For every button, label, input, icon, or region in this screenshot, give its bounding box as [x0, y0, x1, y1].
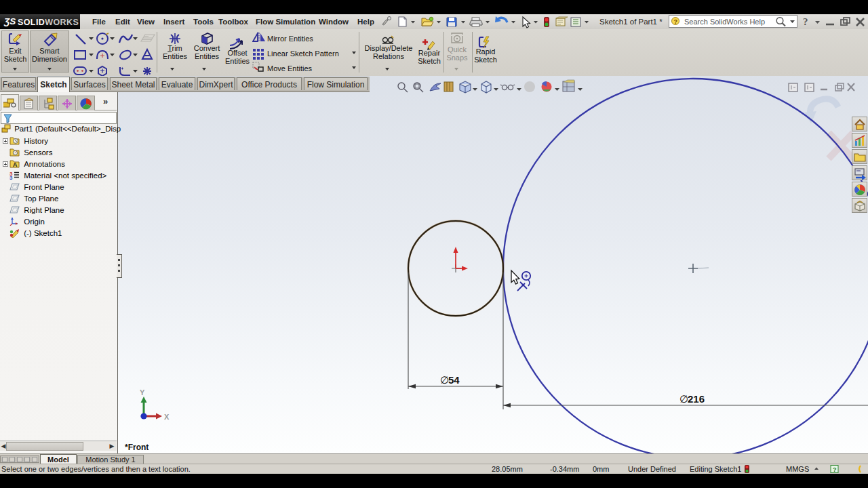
svg-text:?: ? — [833, 466, 837, 473]
svg-text:?: ? — [674, 18, 678, 25]
svg-text:?: ? — [803, 16, 808, 27]
svg-text:54: 54 — [448, 374, 460, 386]
svg-text:X: X — [164, 413, 170, 421]
svg-text:Y: Y — [140, 388, 145, 396]
svg-text:A: A — [13, 161, 18, 168]
svg-text:3: 3 — [9, 175, 13, 180]
svg-text:216: 216 — [688, 393, 705, 405]
svg-text:*Front: *Front — [125, 443, 149, 452]
